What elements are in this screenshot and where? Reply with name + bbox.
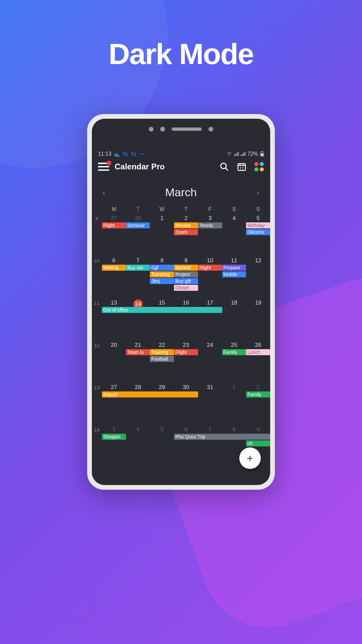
event-chip[interactable]: Team lu	[126, 349, 150, 355]
event-chip[interactable]: Project	[174, 271, 198, 277]
calendar-cell[interactable]: 27	[102, 214, 126, 257]
calendar-cell[interactable]: 21	[126, 341, 150, 383]
day-number: 6	[174, 426, 198, 433]
status-bar: 11:13 👟 👣 👣 ⋯ 72%	[92, 149, 270, 157]
calendar-cell[interactable]: 28	[126, 214, 150, 257]
event-chip[interactable]: Metting	[102, 265, 126, 271]
calendar-cell[interactable]: 3	[102, 426, 126, 468]
calendar-cell[interactable]: 2	[246, 383, 270, 426]
event-chip[interactable]: Out of office	[102, 307, 222, 313]
app-screen: 11:13 👟 👣 👣 ⋯ 72%	[92, 149, 270, 485]
calendar-cell[interactable]: 2	[174, 214, 198, 257]
calendar-cell[interactable]: 30	[174, 383, 198, 426]
calendar-cell[interactable]: 1	[150, 214, 174, 257]
day-header: S	[222, 204, 246, 214]
day-header: F	[198, 204, 222, 214]
search-button[interactable]	[219, 162, 229, 172]
calendar-cell[interactable]: 10	[198, 257, 222, 299]
shoe-icon: 👟	[114, 151, 120, 157]
event-chip[interactable]: Gjjf	[150, 265, 174, 271]
calendar-cell[interactable]: 16	[174, 299, 198, 341]
svg-rect-1	[235, 154, 236, 156]
event-chip[interactable]: Training	[150, 349, 174, 355]
event-chip[interactable]: Shoppin	[102, 434, 126, 440]
calendar-cell[interactable]: 6	[174, 426, 198, 468]
svg-rect-3	[238, 152, 239, 156]
event-chip[interactable]: Report	[102, 391, 198, 397]
calendar-cell[interactable]: 27	[102, 383, 126, 426]
calendar-cell[interactable]: 1	[222, 383, 246, 426]
week-number: 12	[92, 341, 102, 383]
calendar-cell[interactable]: 13	[102, 299, 126, 341]
calendar-cell[interactable]: 9	[174, 257, 198, 299]
event-chip[interactable]: Flight	[174, 349, 198, 355]
event-chip[interactable]: Seminar	[126, 222, 150, 228]
svg-point-18	[242, 167, 243, 168]
week-number: 14	[92, 426, 102, 468]
calendar-cell[interactable]: 18	[222, 299, 246, 341]
event-chip[interactable]: Review	[174, 222, 198, 228]
event-chip[interactable]: Birthday	[246, 222, 270, 228]
event-chip[interactable]: Prepare	[222, 265, 246, 271]
calendar-cell[interactable]: 4	[126, 426, 150, 468]
calendar-cell[interactable]: 7	[126, 257, 150, 299]
event-chip[interactable]: Dinner	[174, 285, 198, 291]
day-number: 28	[126, 384, 150, 391]
apps-button[interactable]	[254, 162, 264, 172]
calendar-cell[interactable]: 19	[246, 299, 270, 341]
day-number: 25	[222, 342, 246, 348]
event-chip[interactable]: Lunch	[246, 349, 270, 355]
phone-frame: 11:13 👟 👣 👣 ⋯ 72%	[87, 114, 275, 490]
day-number: 3	[102, 426, 126, 433]
calendar-cell[interactable]: 29	[150, 383, 174, 426]
footsteps-icon: 👣	[122, 151, 128, 157]
event-chip[interactable]: Family	[246, 391, 270, 397]
day-number: 31	[198, 384, 222, 391]
today-button[interactable]	[237, 162, 247, 172]
signal-icon	[241, 152, 245, 156]
calendar-cell[interactable]: 7	[198, 426, 222, 468]
add-event-button[interactable]: +	[239, 447, 261, 469]
calendar-cell[interactable]: 5	[246, 214, 270, 257]
svg-rect-10	[261, 153, 263, 156]
day-header: T	[126, 204, 150, 214]
calendar-cell[interactable]: 8	[150, 257, 174, 299]
event-chip[interactable]: Phu Quoc Trip	[174, 434, 270, 440]
calendar-cell[interactable]: 17	[198, 299, 222, 341]
event-chip[interactable]: Tennis	[198, 222, 222, 228]
event-chip[interactable]: Family	[222, 349, 246, 355]
calendar-cell[interactable]: 28	[126, 383, 150, 426]
calendar-cell[interactable]: 31	[198, 383, 222, 426]
prev-month-button[interactable]: ‹	[100, 189, 108, 196]
calendar-cell[interactable]: 26	[246, 341, 270, 383]
calendar-cell[interactable]: 4	[222, 214, 246, 257]
event-chip[interactable]: Tranning	[150, 271, 174, 277]
event-chip[interactable]: Flight	[198, 265, 222, 271]
calendar-cell[interactable]: 14	[126, 299, 150, 341]
event-chip[interactable]: Buy gift	[174, 278, 198, 284]
calendar-cell[interactable]: 23	[174, 341, 198, 383]
event-chip[interactable]: Flight	[102, 222, 126, 228]
event-chip[interactable]: Jknj	[150, 278, 174, 284]
calendar-cell[interactable]: 22	[150, 341, 174, 383]
menu-button[interactable]	[98, 163, 109, 171]
event-chip[interactable]: Football	[150, 356, 174, 362]
calendar-cell[interactable]: 5	[150, 426, 174, 468]
calendar-cell[interactable]: 25	[222, 341, 246, 383]
next-month-button[interactable]: ›	[254, 189, 262, 196]
event-chip[interactable]: nh	[246, 440, 270, 446]
calendar-cell[interactable]: 6	[102, 257, 126, 299]
day-number: 5	[246, 215, 270, 222]
calendar-cell[interactable]: 12	[246, 257, 270, 299]
day-number: 17	[198, 300, 222, 306]
calendar-cell[interactable]: 15	[150, 299, 174, 341]
event-chip[interactable]: Buy oto	[126, 265, 150, 271]
calendar-cell[interactable]: 20	[102, 341, 126, 383]
event-chip[interactable]: Marketi	[174, 265, 198, 271]
calendar-cell[interactable]: 11	[222, 257, 246, 299]
event-chip[interactable]: Zoom	[174, 229, 198, 235]
calendar-cell[interactable]: 24	[198, 341, 222, 383]
event-chip[interactable]: Dkksms	[246, 229, 270, 235]
calendar-cell[interactable]: 3	[198, 214, 222, 257]
event-chip[interactable]: Mobile	[222, 271, 246, 277]
